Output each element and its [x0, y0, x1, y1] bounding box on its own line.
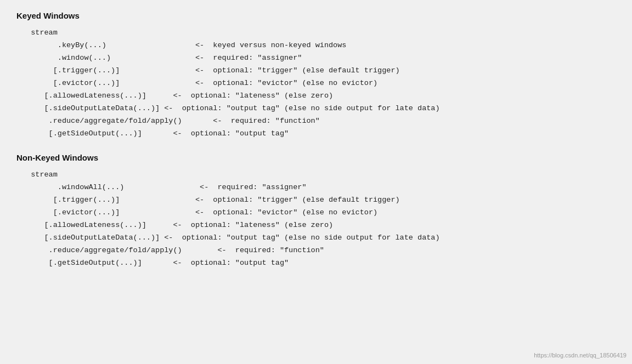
nonkeyed-line-windowall: .windowAll(...) <- required: "assigner" [22, 181, 616, 194]
nonkeyed-line-sideoutput: [.sideOutputLateData(...)] <- optional: … [22, 232, 616, 244]
keyed-windows-code: stream .keyBy(...) <- keyed versus non-k… [16, 27, 616, 140]
keyed-line-evictor: [.evictor(...)] <- optional: "evictor" (… [22, 77, 616, 90]
keyed-line-trigger: [.trigger(...)] <- optional: "trigger" (… [22, 65, 616, 77]
stream-label-keyed: stream [22, 27, 616, 39]
nonkeyed-windows-section: Non-Keyed Windows stream .windowAll(...)… [16, 153, 616, 270]
nonkeyed-windows-title: Non-Keyed Windows [16, 153, 616, 162]
keyed-windows-section: Keyed Windows stream .keyBy(...) <- keye… [16, 11, 616, 140]
nonkeyed-windows-code: stream .windowAll(...) <- required: "ass… [16, 169, 616, 270]
stream-label-nonkeyed: stream [22, 169, 616, 181]
keyed-line-getsideoutput: [.getSideOutput(...)] <- optional: "outp… [22, 128, 616, 140]
keyed-line-keyby: .keyBy(...) <- keyed versus non-keyed wi… [22, 39, 616, 52]
keyed-line-allowedlateness: [.allowedLateness(...)] <- optional: "la… [22, 90, 616, 103]
nonkeyed-line-trigger: [.trigger(...)] <- optional: "trigger" (… [22, 194, 616, 207]
nonkeyed-line-getsideoutput: [.getSideOutput(...)] <- optional: "outp… [22, 257, 616, 270]
watermark: https://blog.csdn.net/qq_18506419 [534, 352, 627, 359]
nonkeyed-line-evictor: [.evictor(...)] <- optional: "evictor" (… [22, 207, 616, 219]
nonkeyed-line-reduce: .reduce/aggregate/fold/apply() <- requir… [22, 244, 616, 257]
nonkeyed-line-allowedlateness: [.allowedLateness(...)] <- optional: "la… [22, 219, 616, 232]
keyed-line-sideoutput: [.sideOutputLateData(...)] <- optional: … [22, 103, 616, 115]
keyed-line-reduce: .reduce/aggregate/fold/apply() <- requir… [22, 115, 616, 128]
keyed-windows-title: Keyed Windows [16, 11, 616, 20]
keyed-line-window: .window(...) <- required: "assigner" [22, 52, 616, 65]
